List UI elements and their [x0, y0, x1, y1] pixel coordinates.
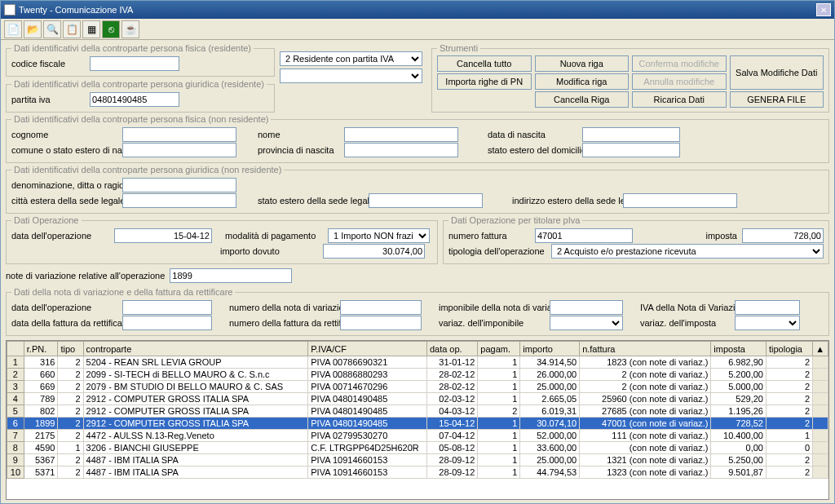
- table-row[interactable]: 9536724487 - IBM ITALIA SPAPIVA 10914660…: [7, 454, 828, 466]
- rett-num-nota-input[interactable]: [340, 300, 422, 315]
- note-variazione-input[interactable]: [170, 268, 292, 283]
- tipologia-op-select[interactable]: 2 Acquisto e/o prestazione ricevuta: [551, 244, 824, 259]
- col-header[interactable]: pagam.: [478, 342, 520, 356]
- col-header[interactable]: importo: [520, 342, 580, 356]
- cognome-input[interactable]: [122, 127, 236, 142]
- pg-nonres-legend: Dati identificativi della controparte pe…: [11, 165, 284, 175]
- rett-iva-nota-label: IVA della Nota di Variazione: [640, 303, 730, 312]
- ricarica-dati-button[interactable]: Ricarica Dati: [632, 91, 727, 108]
- modalita-pagamento-select[interactable]: 1 Importo NON frazi: [328, 228, 430, 243]
- table-row[interactable]: 8459013206 - BIANCHI GIUSEPPEC.F. LTRGPP…: [7, 442, 828, 454]
- data-operazione-label: data dell'operazione: [11, 231, 109, 241]
- codice-fiscale-input[interactable]: [90, 56, 179, 71]
- table-row[interactable]: 131625204 - REAN SRL LEVIA GROUPPIVA 007…: [7, 356, 828, 369]
- numero-fattura-input[interactable]: [535, 228, 633, 243]
- imposta-label: imposta: [705, 231, 737, 241]
- col-header[interactable]: [7, 342, 24, 356]
- toolbar-btn-4[interactable]: 📋: [63, 20, 81, 38]
- pf-res-legend: Dati identificativi della controparte pe…: [11, 43, 254, 53]
- partita-iva-label: partita iva: [11, 95, 85, 104]
- table-row[interactable]: 580222912 - COMPUTER GROSS ITALIA SPAPIV…: [7, 405, 828, 418]
- prov-nascita-input[interactable]: [344, 143, 458, 157]
- tipo-residenza-select[interactable]: 2 Residente con partita IVA: [280, 51, 422, 66]
- indirizzo-sede-input[interactable]: [623, 193, 737, 208]
- imposta-input[interactable]: [742, 228, 824, 243]
- stato-dom-label: stato estero del domicilio: [488, 145, 577, 155]
- col-header[interactable]: tipo: [58, 342, 83, 356]
- col-header[interactable]: imposta: [711, 342, 767, 356]
- window-title: Twenty - Comunicazione IVA: [19, 5, 133, 15]
- importa-righe-button[interactable]: Importa righe di PN: [437, 73, 532, 90]
- toolbar-btn-5[interactable]: ▦: [82, 20, 100, 38]
- importo-dovuto-label: importo dovuto: [220, 246, 318, 256]
- titlebar: Twenty - Comunicazione IVA ✕: [1, 1, 834, 19]
- toolbar-exit-icon[interactable]: ⎋: [102, 20, 120, 38]
- note-variazione-label: note di variazione relative all'operazio…: [6, 271, 165, 281]
- data-nascita-input[interactable]: [582, 127, 680, 142]
- rett-num-fatt-input[interactable]: [340, 316, 422, 330]
- app-window: Twenty - Comunicazione IVA ✕ 📄 📂 🔍 📋 ▦ ⎋…: [0, 0, 835, 504]
- citta-sede-label: città estera della sede legale: [11, 196, 117, 206]
- app-icon: [4, 4, 15, 15]
- col-header[interactable]: ▲: [813, 342, 828, 356]
- modifica-riga-button[interactable]: Modifica riga: [535, 73, 630, 90]
- rett-imponibile-input[interactable]: [550, 300, 623, 315]
- codice-fiscale-label: codice fiscale: [11, 59, 85, 69]
- tipologia-op-label: tipologia dell'operazione: [448, 246, 546, 256]
- table-row[interactable]: 7217524472 - AULSS N.13-Reg.VenetoPIVA 0…: [7, 430, 828, 442]
- cancella-tutto-button[interactable]: Cancella tutto: [437, 55, 532, 72]
- rett-data-fatt-label: data della fattura da rettificare: [11, 318, 117, 328]
- denom-input[interactable]: [122, 178, 236, 192]
- toolbar-btn-2[interactable]: 📂: [24, 20, 42, 38]
- annulla-modifiche-button[interactable]: Annulla modifiche: [632, 73, 727, 90]
- toolbar-btn-7[interactable]: ☕: [121, 20, 139, 38]
- table-row[interactable]: 6189922912 - COMPUTER GROSS ITALIA SPAPI…: [7, 418, 828, 430]
- fieldset-nota-rettifica: Dati della nota di variazione e della fa…: [6, 287, 829, 336]
- nuova-riga-button[interactable]: Nuova riga: [535, 55, 630, 72]
- tipo-residenza-select-2[interactable]: [280, 69, 422, 83]
- salva-modifiche-button[interactable]: Salva Modifiche Dati: [730, 55, 824, 90]
- rett-variaz-imp-label: variaz. dell'imponibile: [439, 318, 545, 328]
- nome-input[interactable]: [344, 127, 458, 142]
- nome-label: nome: [258, 130, 339, 139]
- data-grid[interactable]: r.PN.tipocontroparteP.IVA/CFdata op.paga…: [6, 340, 829, 500]
- rett-data-fatt-input[interactable]: [122, 316, 212, 330]
- stato-sede-input[interactable]: [369, 193, 483, 208]
- close-icon[interactable]: ✕: [816, 3, 831, 16]
- rett-data-op-label: data dell'operazione: [11, 303, 117, 312]
- col-header[interactable]: n.fattura: [580, 342, 711, 356]
- citta-sede-input[interactable]: [122, 193, 236, 208]
- conferma-modifiche-button[interactable]: Conferma modifiche: [632, 55, 727, 72]
- prov-nascita-label: provincia di nascita: [258, 145, 339, 155]
- col-header[interactable]: r.PN.: [24, 342, 58, 356]
- fieldset-strumenti: Strumenti Cancella tutto Nuova riga Conf…: [431, 43, 829, 113]
- col-header[interactable]: tipologia: [766, 342, 812, 356]
- rett-num-nota-label: numero della nota di variazione: [229, 303, 335, 312]
- cancella-riga-button[interactable]: Cancella Riga: [535, 91, 630, 108]
- col-header[interactable]: controparte: [83, 342, 308, 356]
- rett-variaz-iva-select[interactable]: [735, 316, 800, 330]
- col-header[interactable]: P.IVA/CF: [308, 342, 427, 356]
- importo-dovuto-input[interactable]: [323, 244, 425, 259]
- data-operazione-input[interactable]: [114, 228, 212, 243]
- col-header[interactable]: data op.: [426, 342, 477, 356]
- rett-variaz-iva-label: variaz. dell'imposta: [640, 318, 730, 328]
- comune-nascita-input[interactable]: [122, 143, 236, 157]
- table-row[interactable]: 266022099 - SI-TECH di BELLO MAURO & C. …: [7, 369, 828, 381]
- rett-variaz-imp-select[interactable]: [550, 316, 623, 330]
- rett-iva-nota-input[interactable]: [735, 300, 800, 315]
- rett-imponibile-label: imponibile della nota di variazione: [439, 303, 545, 312]
- stato-dom-input[interactable]: [582, 143, 680, 157]
- data-nascita-label: data di nascita: [488, 130, 577, 139]
- rett-data-op-input[interactable]: [122, 300, 212, 315]
- partita-iva-input[interactable]: [90, 92, 179, 107]
- toolbar-btn-1[interactable]: 📄: [4, 20, 22, 38]
- table-row[interactable]: 478922912 - COMPUTER GROSS ITALIA SPAPIV…: [7, 393, 828, 405]
- table-row[interactable]: 366922079 - BM STUDIO DI BELLO MAURO & C…: [7, 381, 828, 393]
- genera-file-button[interactable]: GENERA FILE: [730, 91, 824, 108]
- table-row[interactable]: 10537124487 - IBM ITALIA SPAPIVA 1091466…: [7, 466, 828, 479]
- stato-sede-label: stato estero della sede legale: [258, 196, 364, 206]
- toolbar-btn-3[interactable]: 🔍: [43, 20, 61, 38]
- pf-nonres-legend: Dati identificativi della controparte pe…: [11, 114, 271, 124]
- comune-nascita-label: comune o stato estero di nascita: [11, 145, 117, 155]
